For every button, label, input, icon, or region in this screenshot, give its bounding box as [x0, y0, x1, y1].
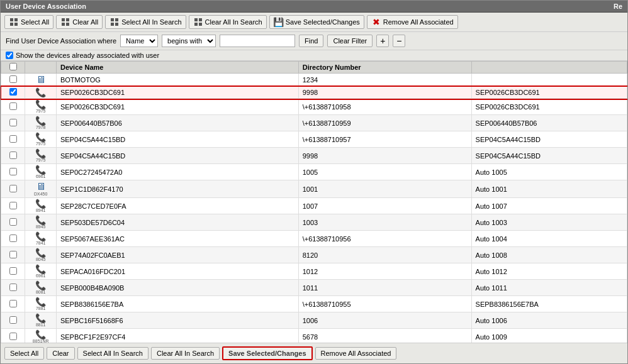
table-row: 📞8851NRSEPBCF1F2E97CF45678Auto 1009	[1, 329, 627, 343]
row-icon-cell: 📞7975	[25, 148, 56, 164]
row-icon-cell: 📞7975	[25, 131, 56, 148]
search-condition-select[interactable]: begins with	[162, 35, 216, 47]
row-checkbox[interactable]	[9, 267, 17, 275]
select-all-button[interactable]: Select All	[4, 15, 53, 29]
icon-label: 8945	[36, 224, 46, 229]
add-row-button[interactable]: +	[376, 35, 389, 47]
main-window: User Device Association Re Select All Cl…	[0, 0, 628, 364]
clear-all-in-search-label: Clear All In Search	[205, 18, 262, 26]
row-icon-cell: 📞7978	[25, 115, 56, 131]
device-name-cell: SEP1C1D862F4170	[56, 180, 298, 198]
phone-icon: 📞8941	[29, 199, 52, 212]
remove-row-button[interactable]: −	[393, 35, 405, 47]
row-checkbox[interactable]	[9, 152, 17, 159]
row-checkbox[interactable]	[9, 119, 17, 126]
dir-number-cell: 9998	[298, 148, 471, 164]
row-checkbox[interactable]	[9, 284, 17, 291]
bottom-remove-button[interactable]: Remove All Associated	[315, 347, 397, 360]
select-all-in-search-button[interactable]: Select All In Search	[105, 15, 186, 29]
dir-number-cell: 5678	[298, 329, 471, 343]
row-icon-cell: 📞6961	[25, 263, 56, 280]
extra-cell: SEP0026CB3DC691	[471, 87, 627, 99]
row-icon-cell: 📞7975	[25, 99, 56, 115]
row-checkbox[interactable]	[9, 185, 17, 192]
row-icon-cell: 📞7841	[25, 231, 56, 247]
title-right: Re	[614, 3, 622, 10]
title-bar: User Device Association Re	[1, 1, 627, 13]
phone-icon: 📞7975	[29, 100, 52, 113]
icon-label: 7975	[36, 141, 46, 146]
table-row: 📞6961SEP0C27245472A01005Auto 1005	[1, 164, 627, 180]
svg-rect-1	[14, 18, 18, 21]
clear-search-icon	[193, 17, 203, 27]
clear-all-button[interactable]: Clear All	[56, 15, 103, 29]
row-checkbox[interactable]	[9, 102, 17, 110]
bottom-clear-all-in-search-label: Clear All In Search	[157, 350, 214, 357]
dir-number-cell: 1006	[298, 312, 471, 329]
search-bar: Find User Device Association where Name …	[1, 32, 627, 50]
row-checkbox[interactable]	[9, 75, 17, 83]
extra-cell: Auto 1001	[471, 180, 627, 198]
table-row: 📞8941SEP28C7CED7E0FA1007Auto 1007	[1, 198, 627, 214]
row-checkbox[interactable]	[9, 234, 17, 242]
svg-rect-9	[115, 18, 118, 21]
clear-all-in-search-button[interactable]: Clear All In Search	[189, 15, 267, 29]
search-input[interactable]	[220, 35, 295, 47]
row-checkbox[interactable]	[9, 316, 17, 324]
row-checkbox[interactable]	[9, 333, 17, 340]
remove-all-button[interactable]: ✖ Remove All Associated	[367, 15, 458, 29]
row-icon-cell: 📞8851NR	[25, 329, 56, 343]
device-name-cell: SEP74A02FC0AEB1	[56, 247, 298, 263]
phone-icon: 📞7975	[29, 133, 52, 146]
extra-cell: SEPB8386156E7BA	[471, 296, 627, 312]
header-checkbox-col	[1, 62, 25, 74]
row-checkbox[interactable]	[9, 168, 17, 175]
table-row: 📞7881SEPB8386156E7BA\+61388710955SEPB838…	[1, 296, 627, 312]
show-assoc-checkbox[interactable]	[6, 52, 13, 59]
extra-cell: SEP006440B57B06	[471, 115, 627, 131]
icon-label: 8045	[36, 257, 46, 262]
table-row: 📞8045SEP74A02FC0AEB18120Auto 1008	[1, 247, 627, 263]
save-icon: 💾	[274, 17, 284, 27]
row-checkbox[interactable]	[9, 202, 17, 209]
svg-rect-4	[62, 18, 65, 21]
row-checkbox[interactable]	[9, 88, 17, 96]
toolbar: Select All Clear All Select All In Searc…	[1, 13, 627, 32]
row-checkbox[interactable]	[9, 251, 17, 258]
svg-rect-13	[199, 18, 202, 21]
phone-icon: 📞8081	[29, 281, 52, 294]
dir-number-cell: 1007	[298, 198, 471, 214]
search-field-select[interactable]: Name	[120, 35, 158, 47]
row-icon-cell: 📞6961	[25, 164, 56, 180]
row-checkbox[interactable]	[9, 218, 17, 226]
search-grid-icon	[109, 17, 120, 27]
table-row: 📞8081SEPB000B4BA090B1011Auto 1011	[1, 280, 627, 296]
svg-rect-0	[10, 18, 13, 21]
clear-filter-button[interactable]: Clear Filter	[327, 35, 373, 47]
find-button[interactable]: Find	[299, 35, 323, 47]
row-checkbox[interactable]	[9, 135, 17, 143]
bottom-select-all-in-search-button[interactable]: Select All In Search	[77, 347, 149, 360]
remove-all-label: Remove All Associated	[383, 18, 454, 26]
extra-cell: Auto 1007	[471, 198, 627, 214]
bottom-clear-all-in-search-button[interactable]: Clear All In Search	[151, 347, 220, 360]
dir-number-cell: \+61388710956	[298, 231, 471, 247]
table-header-row: Device Name Directory Number	[1, 62, 627, 74]
dir-number-cell: 1005	[298, 164, 471, 180]
extra-cell: SEP0026CB3DC691	[471, 99, 627, 115]
bottom-clear-button[interactable]: Clear	[47, 347, 74, 360]
header-extra	[471, 62, 627, 74]
svg-rect-11	[115, 23, 118, 26]
row-checkbox-cell	[1, 329, 25, 343]
phone-icon: 📞8045	[29, 248, 52, 262]
bottom-save-button[interactable]: Save Selected/Changes	[222, 346, 313, 360]
device-name-cell: SEP28C7CED7E0FA	[56, 198, 298, 214]
header-device-name: Device Name	[56, 62, 298, 74]
bottom-select-all-button[interactable]: Select All	[4, 347, 44, 360]
row-checkbox[interactable]	[9, 300, 17, 307]
row-icon-cell: 📞8941	[25, 198, 56, 214]
table-body: 🖥BOTMOTOG1234📞SEP0026CB3DC6919998SEP0026…	[1, 74, 627, 343]
header-checkbox[interactable]	[9, 63, 17, 70]
dir-number-cell: 9998	[298, 87, 471, 99]
save-selected-button[interactable]: 💾 Save Selected/Changes	[269, 15, 364, 29]
